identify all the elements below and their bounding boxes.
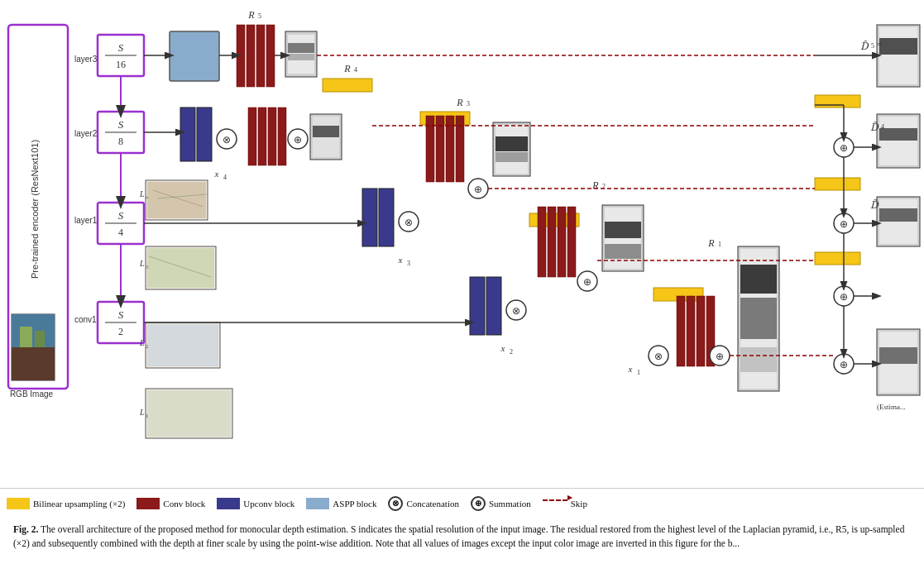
svg-rect-126 <box>740 265 777 294</box>
svg-text:Pre-trained encoder (ResNext10: Pre-trained encoder (ResNext101) <box>30 140 40 279</box>
svg-rect-135 <box>879 38 917 55</box>
svg-text:x: x <box>214 169 219 179</box>
svg-rect-33 <box>266 25 275 87</box>
svg-rect-68 <box>379 189 394 246</box>
svg-text:⊗: ⊗ <box>223 134 231 146</box>
legend-sum: ⊕ Summation <box>471 496 531 511</box>
svg-text:RGB Image: RGB Image <box>10 389 54 399</box>
svg-text:3: 3 <box>467 100 470 107</box>
svg-text:R: R <box>247 9 255 21</box>
concat-icon: ⊗ <box>388 496 403 511</box>
svg-rect-67 <box>362 189 377 246</box>
svg-rect-92 <box>486 277 501 335</box>
svg-text:S: S <box>118 41 124 54</box>
svg-rect-79 <box>496 136 528 151</box>
sum-label: Summation <box>489 499 531 509</box>
svg-text:⊕: ⊕ <box>583 276 591 288</box>
svg-rect-104 <box>605 244 641 259</box>
legend-skip: Skip <box>543 499 587 509</box>
svg-rect-127 <box>740 298 777 339</box>
svg-text:layer1: layer1 <box>74 216 98 225</box>
svg-text:16: 16 <box>116 59 126 70</box>
svg-rect-86 <box>147 248 214 288</box>
legend-bilinear: Bilinear upsampling (×2) <box>7 498 125 509</box>
concat-label: Concatenation <box>406 499 459 509</box>
svg-rect-134 <box>879 27 917 84</box>
svg-rect-149 <box>815 178 860 190</box>
svg-rect-49 <box>268 107 276 165</box>
skip-label: Skip <box>571 499 587 509</box>
svg-text:L: L <box>139 189 145 198</box>
svg-rect-5 <box>12 347 55 380</box>
svg-rect-152 <box>879 208 917 222</box>
svg-text:R: R <box>591 179 599 191</box>
legend-concat: ⊗ Concatenation <box>388 496 459 511</box>
svg-rect-91 <box>470 277 485 335</box>
svg-rect-29 <box>170 31 219 81</box>
svg-text:D̃: D̃ <box>870 199 879 211</box>
svg-rect-38 <box>288 43 314 53</box>
svg-text:L: L <box>139 259 145 268</box>
svg-rect-132 <box>147 390 231 437</box>
svg-text:4: 4 <box>354 66 357 74</box>
svg-text:5: 5 <box>871 42 874 50</box>
svg-text:3: 3 <box>407 260 410 267</box>
svg-text:5: 5 <box>258 12 261 20</box>
svg-rect-30 <box>237 25 245 87</box>
svg-rect-80 <box>496 152 528 162</box>
svg-rect-156 <box>815 252 860 265</box>
svg-text:4: 4 <box>881 123 884 131</box>
page-container: Pre-trained encoder (ResNext101) RGB Ima… <box>0 0 924 578</box>
svg-text:S: S <box>118 118 124 131</box>
svg-text:x: x <box>398 255 403 265</box>
svg-text:=: = <box>877 39 883 50</box>
aspp-icon <box>306 498 329 509</box>
svg-text:D̃: D̃ <box>870 122 879 133</box>
svg-rect-44 <box>197 107 212 161</box>
conv-label: Conv block <box>163 499 205 509</box>
svg-rect-96 <box>548 207 556 277</box>
legend-bar: Bilinear upsampling (×2) Conv block Upco… <box>0 488 924 518</box>
svg-rect-43 <box>180 107 195 161</box>
caption-area: Fig. 2. The overall architecture of the … <box>0 519 924 553</box>
svg-text:4: 4 <box>118 227 123 238</box>
svg-rect-6 <box>20 327 32 347</box>
aspp-label: ASPP block <box>333 499 376 509</box>
svg-rect-7 <box>35 331 45 347</box>
svg-text:4: 4 <box>223 174 227 181</box>
svg-rect-144 <box>879 128 917 141</box>
svg-text:⊕: ⊕ <box>840 291 848 303</box>
svg-text:⊗: ⊗ <box>512 305 520 317</box>
svg-rect-110 <box>147 324 218 366</box>
bilinear-icon <box>7 498 30 509</box>
svg-rect-116 <box>697 296 705 366</box>
svg-text:R: R <box>343 63 351 74</box>
svg-text:x: x <box>628 364 633 374</box>
svg-rect-61 <box>147 182 206 218</box>
svg-rect-40 <box>323 79 372 92</box>
svg-rect-143 <box>879 117 917 165</box>
upconv-label: Upconv block <box>243 499 294 509</box>
svg-rect-48 <box>258 107 266 165</box>
bilinear-label: Bilinear upsampling (×2) <box>33 499 125 509</box>
caption-text: The overall architecture of the proposed… <box>13 524 904 548</box>
svg-text:⊕: ⊕ <box>840 359 848 370</box>
svg-text:L: L <box>139 338 145 347</box>
svg-text:R: R <box>456 97 463 108</box>
svg-rect-95 <box>538 207 546 277</box>
svg-rect-39 <box>288 54 314 60</box>
conv-icon <box>136 498 160 509</box>
svg-text:layer2: layer2 <box>74 129 98 138</box>
sum-icon: ⊕ <box>471 496 486 511</box>
svg-text:layer3: layer3 <box>74 55 98 64</box>
legend-aspp: ASPP block <box>306 498 376 509</box>
svg-text:S: S <box>118 209 124 222</box>
upconv-icon <box>217 498 240 509</box>
diagram-area: Pre-trained encoder (ResNext101) RGB Ima… <box>0 0 924 488</box>
svg-rect-31 <box>247 25 255 87</box>
svg-text:1: 1 <box>637 369 640 376</box>
svg-rect-115 <box>687 296 695 366</box>
svg-rect-114 <box>677 296 685 366</box>
svg-text:⊕: ⊕ <box>474 184 482 195</box>
svg-rect-50 <box>278 107 286 165</box>
